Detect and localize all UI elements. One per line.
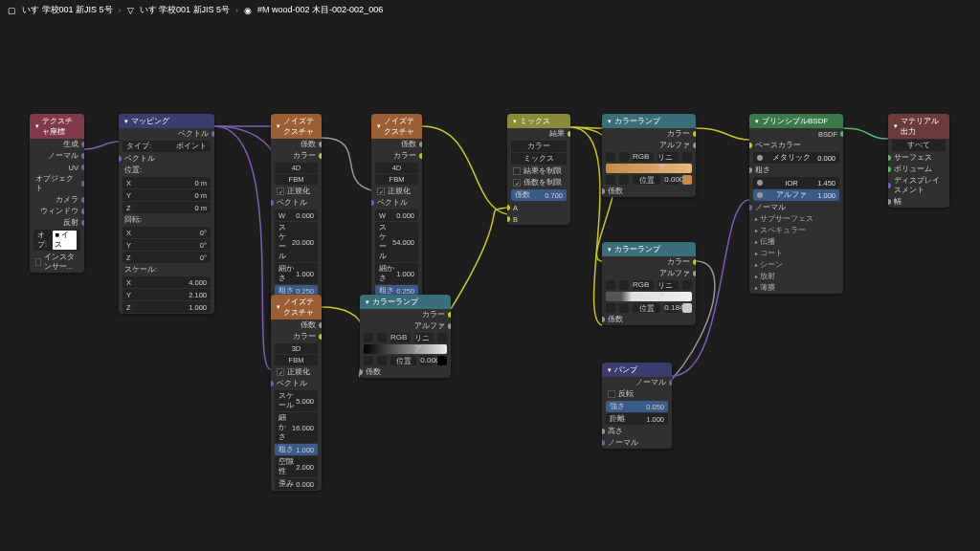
in-vector[interactable]: ベクトル <box>271 197 322 209</box>
out-color[interactable]: カラー <box>271 331 322 342</box>
instancer-check[interactable]: インスタンサー... <box>30 252 84 273</box>
out-color[interactable]: カラー <box>371 150 422 162</box>
node-canvas[interactable]: テクスチャ座標 生成 ノーマル UV オブジェクト カメラ ウィンドウ 反射 オ… <box>0 20 980 551</box>
detail[interactable]: 細かさ1.000 <box>275 263 318 284</box>
node-header[interactable]: カラーランプ <box>360 295 451 309</box>
in-displacement[interactable]: ディスプレイスメント <box>888 175 949 196</box>
distortion[interactable]: 歪み0.000 <box>275 478 318 490</box>
ramp-pos[interactable]: 位置0.184 <box>606 303 692 313</box>
out-camera[interactable]: カメラ <box>30 194 84 206</box>
strength[interactable]: 強さ0.050 <box>606 401 668 412</box>
node-mapping[interactable]: マッピング ベクトル タイプ:ポイント ベクトル 位置: X0 m Y0 m Z… <box>119 114 214 314</box>
node-header[interactable]: ノイズテクスチャ <box>271 114 322 139</box>
in-fac[interactable]: 係数 <box>602 186 696 197</box>
ramp-pos[interactable]: 位置0.000 <box>606 175 692 185</box>
out-object[interactable]: オブジェクト <box>30 173 84 194</box>
in-vector[interactable]: ベクトル <box>119 153 214 165</box>
node-header[interactable]: ミックス <box>507 114 570 128</box>
node-principled-bsdf[interactable]: プリンシプルBSDF BSDF ベースカラー メタリック0.000 粗さ IOR… <box>749 114 843 294</box>
out-color[interactable]: カラー <box>271 150 322 162</box>
alpha[interactable]: アルファ1.000 <box>753 189 839 201</box>
dim-select[interactable]: 3D <box>275 343 318 354</box>
in-volume[interactable]: ボリューム <box>888 164 949 175</box>
sec-thinfilm[interactable]: 薄膜 <box>749 282 843 294</box>
out-fac[interactable]: 係数 <box>271 139 322 150</box>
node-header[interactable]: マッピング <box>119 114 214 128</box>
in-vector[interactable]: ベクトル <box>371 197 422 209</box>
clamp-factor[interactable]: ✓係数を制限 <box>507 177 570 188</box>
sec-sheen[interactable]: シーン <box>749 259 843 271</box>
ramp-gradient[interactable] <box>606 164 692 173</box>
fbm-select[interactable]: FBM <box>275 355 318 365</box>
out-fac[interactable]: 係数 <box>371 139 422 150</box>
loc-y[interactable]: Y0 m <box>122 189 211 201</box>
out-color[interactable]: カラー <box>602 128 696 140</box>
scale-y[interactable]: Y2.100 <box>122 289 211 300</box>
ior[interactable]: IOR1.450 <box>753 177 839 188</box>
out-generated[interactable]: 生成 <box>30 139 84 150</box>
out-vector[interactable]: ベクトル <box>119 128 214 140</box>
type-select[interactable]: タイプ:ポイント <box>122 141 211 152</box>
w[interactable]: W0.000 <box>275 209 318 221</box>
out-alpha[interactable]: アルファ <box>360 320 451 332</box>
out-normal[interactable]: ノーマル <box>602 377 672 388</box>
scale[interactable]: スケール20.000 <box>275 222 318 262</box>
node-bump[interactable]: バンプ ノーマル 反転 強さ0.050 距離1.000 高さ ノーマル <box>602 363 672 449</box>
in-b[interactable]: B <box>507 213 570 225</box>
node-header[interactable]: マテリアル出力 <box>888 114 949 139</box>
ramp-gradient[interactable] <box>364 344 447 354</box>
out-result[interactable]: 結果 <box>507 128 570 140</box>
out-alpha[interactable]: アルファ <box>602 140 696 151</box>
ramp-tools[interactable]: RGBリニア <box>606 152 692 162</box>
dim-select[interactable]: 4D <box>375 163 418 173</box>
sec-emission[interactable]: 放射 <box>749 271 843 282</box>
rot-x[interactable]: X0° <box>122 227 211 238</box>
out-alpha[interactable]: アルファ <box>602 268 696 279</box>
node-header[interactable]: カラーランプ <box>602 242 696 256</box>
out-reflection[interactable]: 反射 <box>30 217 84 229</box>
node-colorramp-2[interactable]: カラーランプ カラー アルファ RGBリニア 位置0.184 係数 <box>602 242 696 325</box>
metallic[interactable]: メタリック0.000 <box>753 152 839 164</box>
crumb-b[interactable]: いす 学校001 新JIS 5号 <box>140 4 231 16</box>
target-select[interactable]: すべて <box>892 140 946 151</box>
w[interactable]: W0.000 <box>375 209 418 221</box>
in-fac[interactable]: 係数 <box>602 314 696 325</box>
in-fac[interactable]: 係数 <box>360 366 451 378</box>
node-header[interactable]: バンプ <box>602 363 672 377</box>
clamp-result[interactable]: 結果を制限 <box>507 165 570 177</box>
in-normal[interactable]: ノーマル <box>749 202 843 213</box>
node-colorramp-1[interactable]: カラーランプ カラー アルファ RGBリニア 位置0.000 係数 <box>602 114 696 197</box>
blend-select[interactable]: ミックス <box>511 153 567 165</box>
out-bsdf[interactable]: BSDF <box>749 128 843 140</box>
loc-z[interactable]: Z0 m <box>122 202 211 213</box>
out-normal[interactable]: ノーマル <box>30 150 84 162</box>
invert-check[interactable]: 反転 <box>602 388 672 400</box>
lacunarity[interactable]: 空隙性2.000 <box>275 456 318 477</box>
normalize-check[interactable]: ✓正規化 <box>271 186 322 197</box>
node-header[interactable]: ノイズテクスチャ <box>371 114 422 139</box>
type-select[interactable]: カラー <box>511 141 567 152</box>
ramp-tools[interactable]: RGBリニア <box>606 280 692 290</box>
in-basecolor[interactable]: ベースカラー <box>749 140 843 151</box>
ramp-gradient[interactable] <box>606 292 692 301</box>
in-vector[interactable]: ベクトル <box>271 378 322 389</box>
out-color[interactable]: カラー <box>602 256 696 268</box>
distance[interactable]: 距離1.000 <box>606 413 668 425</box>
in-height[interactable]: 高さ <box>602 426 672 437</box>
factor[interactable]: 係数0.700 <box>511 189 567 201</box>
node-noise-3[interactable]: ノイズテクスチャ 係数 カラー 3D FBM ✓正規化 ベクトル スケール5.0… <box>271 295 322 491</box>
node-header[interactable]: ノイズテクスチャ <box>271 295 322 320</box>
in-a[interactable]: A <box>507 202 570 213</box>
scale[interactable]: スケール5.000 <box>275 390 318 411</box>
out-window[interactable]: ウィンドウ <box>30 206 84 217</box>
fbm-select[interactable]: FBM <box>275 174 318 185</box>
normalize-check[interactable]: ✓正規化 <box>271 366 322 378</box>
in-thickness[interactable]: 幅 <box>888 196 949 208</box>
object-picker[interactable]: オブ:■ イス <box>33 230 80 251</box>
node-header[interactable]: プリンシプルBSDF <box>749 114 843 128</box>
scale-z[interactable]: Z1.000 <box>122 301 211 313</box>
rot-y[interactable]: Y0° <box>122 239 211 251</box>
detail[interactable]: 細かさ16.000 <box>275 412 318 443</box>
scale-x[interactable]: X4.000 <box>122 276 211 288</box>
sec-transmission[interactable]: 伝播 <box>749 236 843 248</box>
